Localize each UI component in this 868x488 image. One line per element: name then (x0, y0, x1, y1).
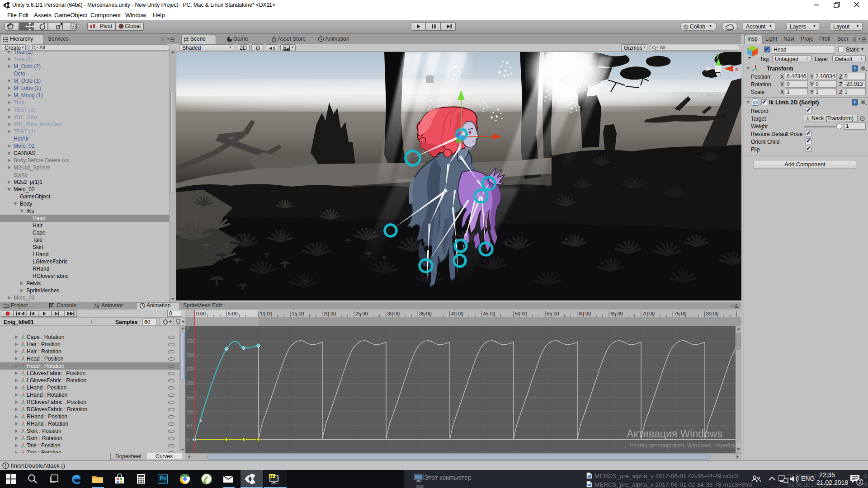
svg-text:y: y (716, 52, 719, 59)
svg-text:x: x (735, 66, 738, 72)
svg-text:20:00: 20:00 (324, 311, 336, 316)
svg-text:0: 0 (187, 324, 189, 330)
svg-text:55:00: 55:00 (547, 311, 559, 316)
svg-text:60:00: 60:00 (579, 311, 591, 316)
svg-text:45:00: 45:00 (483, 311, 495, 316)
svg-text:5:00: 5:00 (228, 311, 237, 316)
svg-text:250: 250 (187, 366, 195, 372)
svg-text:65:00: 65:00 (610, 311, 623, 316)
svg-text:50:00: 50:00 (515, 311, 528, 316)
svg-text:Активация Windows: Активация Windows (627, 428, 722, 440)
svg-text:99: 99 (269, 474, 274, 479)
svg-text:2: 2 (859, 479, 862, 485)
svg-text:Чтобы активировать Windows, пе: Чтобы активировать Windows, перейдите в … (630, 442, 741, 449)
svg-text:100: 100 (187, 409, 195, 414)
svg-text:30:00: 30:00 (387, 311, 400, 316)
svg-text:15:00: 15:00 (292, 311, 304, 316)
svg-text:?: ? (854, 100, 856, 105)
svg-text:Persp: Persp (706, 92, 722, 99)
svg-text:40:00: 40:00 (451, 311, 464, 316)
svg-text:350: 350 (187, 338, 195, 344)
svg-text:200: 200 (187, 380, 195, 386)
svg-text:⟨: ⟨ (701, 91, 703, 99)
svg-text:50: 50 (187, 423, 192, 428)
svg-text:C#: C# (753, 100, 758, 105)
svg-text:25:00: 25:00 (355, 311, 368, 316)
svg-text:300: 300 (187, 352, 195, 358)
svg-text:0:00: 0:00 (196, 311, 206, 316)
svg-text:0: 0 (187, 437, 189, 442)
svg-text:75:00: 75:00 (674, 311, 687, 316)
svg-text:150: 150 (187, 395, 195, 400)
svg-text:80:00: 80:00 (706, 311, 719, 316)
svg-text:70:00: 70:00 (642, 311, 655, 316)
svg-text:10:00: 10:00 (260, 311, 273, 316)
svg-text:?: ? (854, 66, 856, 71)
svg-text:35:00: 35:00 (419, 311, 432, 316)
